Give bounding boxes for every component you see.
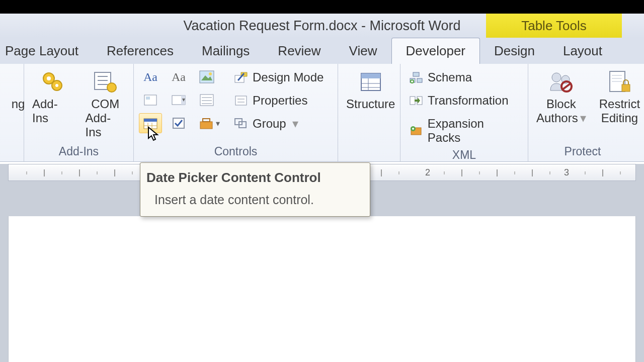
group-structure: Structure: [338, 64, 400, 161]
tab-page-layout[interactable]: Page Layout: [0, 38, 93, 64]
svg-point-11: [209, 72, 212, 75]
group-label-xml: XML: [406, 146, 523, 164]
gear-icon: [38, 69, 66, 95]
tooltip-title: Date Picker Content Control: [146, 170, 361, 186]
group-label-protect: Protect: [533, 143, 632, 160]
svg-line-58: [562, 83, 571, 89]
svg-rect-27: [200, 122, 212, 129]
document-page[interactable]: [8, 216, 636, 362]
list-gear-icon: [91, 69, 119, 95]
svg-rect-17: [200, 95, 213, 106]
expansion-packs-button[interactable]: Expansion Packs: [406, 115, 523, 146]
block-authors-button[interactable]: Block Authors▾: [533, 67, 589, 127]
tab-mailings[interactable]: Mailings: [188, 38, 264, 64]
lock-document-icon: [605, 69, 633, 95]
window-title: Vacation Request Form.docx - Microsoft W…: [183, 18, 460, 34]
ribbon-tabs: Page Layout References Mailings Review V…: [0, 38, 644, 64]
svg-point-3: [55, 84, 58, 87]
block-authors-icon: [547, 69, 575, 95]
tab-developer[interactable]: Developer: [391, 38, 480, 64]
group-icon: [233, 117, 249, 131]
group-label-controls: Controls: [139, 143, 333, 160]
svg-point-1: [47, 76, 51, 80]
structure-icon: [357, 69, 385, 95]
svg-rect-48: [410, 97, 415, 105]
group-protect: Block Authors▾ Restrict Editing Protect: [528, 64, 637, 161]
tab-layout[interactable]: Layout: [549, 38, 616, 64]
svg-rect-42: [413, 72, 419, 76]
group-fragment-left: ng: [0, 64, 24, 161]
properties-button[interactable]: Properties: [230, 92, 327, 109]
building-block-control-button[interactable]: [139, 90, 162, 110]
svg-rect-32: [235, 96, 247, 105]
tab-view[interactable]: View: [335, 38, 391, 64]
contextual-tab-table-tools: Table Tools: [486, 14, 622, 38]
checkbox-control-button[interactable]: [167, 113, 190, 133]
svg-rect-26: [173, 118, 184, 128]
dropdown-list-control-button[interactable]: [195, 90, 218, 110]
transformation-button[interactable]: Transformation: [406, 92, 523, 109]
legacy-tools-button[interactable]: ▾: [195, 113, 223, 133]
svg-marker-64: [148, 127, 157, 140]
mouse-cursor-icon: [147, 126, 160, 141]
svg-point-8: [107, 83, 116, 92]
expansion-icon: [409, 124, 424, 138]
group-controls: Aa Aa: [134, 64, 338, 161]
rich-text-control-button[interactable]: Aa: [139, 67, 162, 87]
combo-box-control-button[interactable]: [167, 90, 190, 110]
title-bar: Vacation Request Form.docx - Microsoft W…: [0, 14, 644, 38]
addins-button[interactable]: Add-Ins: [29, 67, 75, 127]
picture-icon: [199, 70, 214, 83]
com-addins-button[interactable]: COM Add-Ins: [83, 67, 129, 141]
controls-palette: Aa Aa: [139, 67, 223, 133]
svg-rect-22: [144, 119, 157, 122]
group-label-addins: Add-Ins: [29, 143, 128, 160]
svg-rect-63: [622, 84, 630, 92]
structure-button[interactable]: Structure: [343, 67, 398, 113]
svg-rect-44: [417, 78, 422, 82]
ribbon: ng Add-Ins COM Add-Ins Add-Ins: [0, 64, 644, 162]
tab-design[interactable]: Design: [480, 38, 549, 64]
tooltip-date-picker: Date Picker Content Control Insert a dat…: [140, 162, 370, 217]
restrict-editing-button[interactable]: Restrict Editing: [596, 67, 643, 127]
toolbox-icon: [199, 117, 214, 130]
group-xml: Schema Transformation Expansion Packs XM…: [400, 64, 528, 161]
design-mode-button[interactable]: Design Mode: [230, 69, 327, 86]
properties-icon: [233, 94, 249, 108]
tooltip-body: Insert a date content control.: [146, 193, 361, 207]
tab-references[interactable]: References: [93, 38, 188, 64]
schema-icon: [409, 70, 424, 84]
svg-rect-38: [361, 73, 380, 78]
svg-rect-13: [146, 97, 150, 100]
tab-review[interactable]: Review: [264, 38, 335, 64]
group-addins: Add-Ins COM Add-Ins Add-Ins: [24, 64, 134, 161]
transformation-icon: [409, 94, 424, 108]
svg-point-55: [552, 73, 561, 82]
picture-control-button[interactable]: [195, 67, 218, 87]
svg-rect-28: [203, 119, 210, 122]
schema-button[interactable]: Schema: [406, 69, 523, 86]
group-button[interactable]: Group ▾: [230, 115, 327, 132]
window-top-blackbar: [0, 0, 644, 14]
design-mode-icon: [233, 70, 249, 84]
plain-text-control-button[interactable]: Aa: [167, 67, 190, 87]
